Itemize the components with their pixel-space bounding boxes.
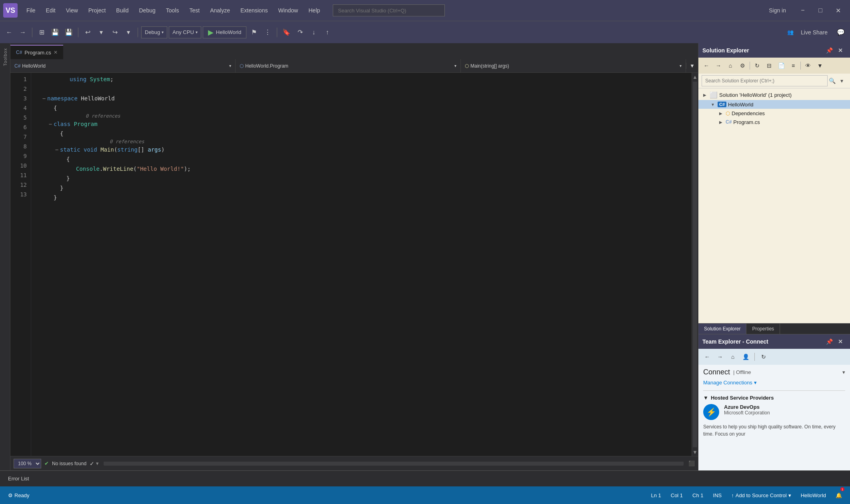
se-show-files-btn[interactable]: 📄 xyxy=(776,60,787,71)
nav-class-dropdown[interactable]: ⬡ HelloWorld.Program ▾ xyxy=(236,59,461,72)
se-search-input[interactable] xyxy=(702,75,828,86)
dependencies-node[interactable]: ▶ ⬡ Dependencies xyxy=(698,109,850,118)
toolbar-more[interactable]: ⋮ xyxy=(262,27,274,38)
se-refresh-btn[interactable]: ↻ xyxy=(752,60,763,71)
error-list-tab[interactable]: Error List xyxy=(4,474,33,483)
horizontal-scrollbar[interactable] xyxy=(104,462,684,466)
forward-button[interactable]: → xyxy=(17,27,29,38)
scroll-up-btn[interactable]: ▲ xyxy=(692,73,698,81)
status-project[interactable]: HelloWorld xyxy=(798,486,829,504)
save-all-icon[interactable]: 💾 xyxy=(63,27,75,38)
zoom-select[interactable]: 100 % xyxy=(14,459,41,468)
se-back-btn[interactable]: ← xyxy=(701,60,712,71)
status-ln[interactable]: Ln 1 xyxy=(648,486,664,504)
status-source-control[interactable]: ↑ Add to Source Control ▾ xyxy=(728,486,794,504)
nav-sync-btn[interactable]: ▼ xyxy=(686,63,698,69)
se-collapse-btn[interactable]: ⊟ xyxy=(764,60,775,71)
status-ch[interactable]: Ch 1 xyxy=(689,486,706,504)
te-home-btn[interactable]: ⌂ xyxy=(727,352,738,362)
se-tab-solution-explorer[interactable]: Solution Explorer xyxy=(698,324,746,334)
te-manage-connections[interactable]: Manage Connections ▾ xyxy=(703,380,845,386)
run-button[interactable]: ▶ HelloWorld xyxy=(203,26,246,38)
minimize-button[interactable]: − xyxy=(794,4,812,16)
se-close-button[interactable]: ✕ xyxy=(835,45,846,56)
sign-in-button[interactable]: Sign in xyxy=(769,7,786,14)
menu-project[interactable]: Project xyxy=(84,6,111,15)
step-into-icon[interactable]: ↓ xyxy=(308,27,320,38)
feedback-icon[interactable]: 💬 xyxy=(835,27,847,38)
menu-build[interactable]: Build xyxy=(111,6,133,15)
project-label: HelloWorld xyxy=(728,102,753,108)
file-expand[interactable]: ▶ xyxy=(718,119,724,125)
solution-node[interactable]: ▶ ⬜ Solution 'HelloWorld' (1 project) xyxy=(698,90,850,100)
menu-help[interactable]: Help xyxy=(304,6,325,15)
menu-file[interactable]: File xyxy=(22,6,40,15)
te-pin-button[interactable]: 📌 xyxy=(824,336,835,347)
live-share-button[interactable]: Live Share xyxy=(796,28,832,37)
fold-btn-5[interactable]: − xyxy=(47,119,54,129)
nav-method-dropdown[interactable]: ⬡ Main(string[] args) ▾ xyxy=(461,59,686,72)
se-search-options[interactable]: ▾ xyxy=(837,76,847,86)
deps-expand[interactable]: ▶ xyxy=(718,110,724,116)
save-icon[interactable]: 💾 xyxy=(49,27,61,38)
nav-bar: C# HelloWorld ▾ ⬡ HelloWorld.Program ▾ ⬡… xyxy=(10,59,698,73)
scroll-down-btn[interactable]: ▼ xyxy=(692,448,698,456)
code-editor[interactable]: using System ; − namespace HelloWorld xyxy=(31,73,692,456)
breakpoints-btn[interactable]: ⚑ xyxy=(248,27,260,38)
se-filter-btn[interactable]: ▼ xyxy=(814,60,826,71)
te-section-hosted[interactable]: ▼ Hosted Service Providers xyxy=(703,395,845,401)
se-forward-btn[interactable]: → xyxy=(713,60,724,71)
step-over-icon[interactable]: ↷ xyxy=(294,27,306,38)
te-connect-dropdown[interactable]: ▾ xyxy=(842,369,845,375)
platform-dropdown[interactable]: Any CPU ▾ xyxy=(169,26,201,38)
te-close-button[interactable]: ✕ xyxy=(835,336,846,347)
project-expand[interactable]: ▼ xyxy=(710,101,716,108)
te-forward-btn[interactable]: → xyxy=(714,352,726,362)
menu-tools[interactable]: Tools xyxy=(161,6,184,15)
menu-analyze[interactable]: Analyze xyxy=(205,6,235,15)
redo-button[interactable]: ↪ xyxy=(109,27,121,38)
status-col[interactable]: Col 1 xyxy=(668,486,686,504)
toolbox-icon[interactable]: ⊞ xyxy=(36,27,48,38)
fold-btn-3[interactable]: − xyxy=(41,94,47,103)
menu-view[interactable]: View xyxy=(61,6,83,15)
status-ready[interactable]: ⚙ Ready xyxy=(5,486,33,504)
programcs-node[interactable]: ▶ C# Program.cs xyxy=(698,118,850,126)
close-button[interactable]: ✕ xyxy=(829,4,847,16)
menu-extensions[interactable]: Extensions xyxy=(236,6,272,15)
redo-arrow[interactable]: ▾ xyxy=(122,27,134,38)
git-dropdown-arrow[interactable]: ▾ xyxy=(96,460,99,466)
se-search-icon[interactable]: 🔍 xyxy=(828,76,837,86)
menu-edit[interactable]: Edit xyxy=(41,6,60,15)
step-out-icon[interactable]: ↑ xyxy=(321,27,333,38)
menu-test[interactable]: Test xyxy=(184,6,204,15)
config-dropdown[interactable]: Debug ▾ xyxy=(141,26,167,38)
te-back-btn[interactable]: ← xyxy=(702,352,713,362)
se-settings-btn[interactable]: ⚙ xyxy=(737,60,748,71)
bookmark-icon[interactable]: 🔖 xyxy=(280,27,292,38)
program-cs-tab[interactable]: C# Program.cs ✕ xyxy=(10,45,63,59)
se-properties-btn[interactable]: ≡ xyxy=(788,60,799,71)
te-refresh-btn[interactable]: ↻ xyxy=(758,352,769,362)
solution-expand[interactable]: ▶ xyxy=(702,92,708,98)
status-ins[interactable]: INS xyxy=(710,486,725,504)
back-button[interactable]: ← xyxy=(3,27,15,38)
vertical-scrollbar[interactable]: ▲ ▼ xyxy=(692,73,698,456)
nav-project-dropdown[interactable]: C# HelloWorld ▾ xyxy=(10,59,236,72)
se-pin-button[interactable]: 📌 xyxy=(824,45,835,56)
project-node[interactable]: ▼ C# HelloWorld xyxy=(698,100,850,109)
fold-btn-7[interactable]: − xyxy=(54,145,60,154)
se-home-btn[interactable]: ⌂ xyxy=(725,60,736,71)
undo-arrow[interactable]: ▾ xyxy=(95,27,107,38)
te-user-btn[interactable]: 👤 xyxy=(740,352,751,362)
maximize-button[interactable]: □ xyxy=(812,4,829,16)
se-preview-btn[interactable]: 👁 xyxy=(802,60,814,71)
title-search-input[interactable] xyxy=(333,4,445,16)
menu-debug[interactable]: Debug xyxy=(134,6,160,15)
menu-window[interactable]: Window xyxy=(273,6,303,15)
scroll-thumb[interactable] xyxy=(693,82,697,447)
tab-close-button[interactable]: ✕ xyxy=(54,50,58,55)
undo-button[interactable]: ↩ xyxy=(82,27,94,38)
status-notifications[interactable]: 🔔 1 xyxy=(832,486,845,504)
se-tab-properties[interactable]: Properties xyxy=(746,324,780,334)
